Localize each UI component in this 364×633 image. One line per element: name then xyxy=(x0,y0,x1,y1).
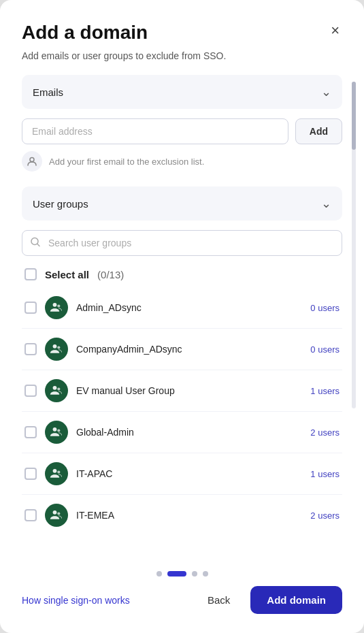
group-name-5: IT-EMEA xyxy=(76,510,302,521)
add-email-button[interactable]: Add xyxy=(295,118,342,144)
group-checkbox-5[interactable] xyxy=(24,509,37,521)
group-users-1: 0 users xyxy=(310,344,340,355)
add-domain-button[interactable]: Add domain xyxy=(250,586,342,614)
pagination-dot-3[interactable] xyxy=(203,571,208,577)
select-all-checkbox[interactable] xyxy=(24,268,37,280)
scrollbar[interactable] xyxy=(352,82,356,408)
group-name-4: IT-APAC xyxy=(76,468,302,479)
svg-point-11 xyxy=(57,470,60,473)
group-name-2: EV manual User Group xyxy=(76,385,302,396)
group-avatar-4 xyxy=(45,462,68,485)
modal-header: Add a domain × xyxy=(22,22,342,44)
emails-chevron-icon: ⌄ xyxy=(321,84,331,99)
footer-actions: Back Add domain xyxy=(195,586,342,614)
emails-section-header[interactable]: Emails ⌄ xyxy=(22,75,342,109)
user-groups-chevron-icon: ⌄ xyxy=(321,196,331,211)
group-users-4: 1 users xyxy=(310,469,340,479)
svg-point-5 xyxy=(57,346,60,348)
svg-point-10 xyxy=(53,469,57,473)
group-item: IT-EMEA 2 users xyxy=(22,495,342,536)
group-users-2: 1 users xyxy=(310,386,340,396)
group-avatar-5 xyxy=(45,504,68,527)
modal-subtitle: Add emails or user groups to exclude fro… xyxy=(22,50,342,61)
user-groups-section-header[interactable]: User groups ⌄ xyxy=(22,186,342,221)
group-list: Admin_ADsync 0 users CompanyAdmin_ADsync… xyxy=(22,287,342,536)
emails-section: Emails ⌄ Add Add your first email to the… xyxy=(22,75,342,174)
group-checkbox-1[interactable] xyxy=(24,343,37,355)
group-item: Admin_ADsync 0 users xyxy=(22,287,342,329)
group-item: EV manual User Group 1 users xyxy=(22,370,342,412)
group-avatar-3 xyxy=(45,421,68,444)
email-input[interactable] xyxy=(22,118,288,144)
group-name-0: Admin_ADsync xyxy=(76,302,302,313)
scrollbar-thumb xyxy=(352,82,356,150)
pagination-dot-1[interactable] xyxy=(167,571,186,577)
select-all-row: Select all (0/13) xyxy=(22,263,342,286)
group-avatar-1 xyxy=(45,338,68,361)
modal-title: Add a domain xyxy=(22,22,148,44)
user-groups-section: User groups ⌄ Select all (0/13) xyxy=(22,186,342,559)
svg-point-12 xyxy=(53,510,57,515)
svg-point-7 xyxy=(57,387,60,390)
email-input-row: Add xyxy=(22,118,342,144)
add-domain-modal: Add a domain × Add emails or user groups… xyxy=(0,0,364,633)
group-checkbox-4[interactable] xyxy=(24,468,37,480)
group-name-3: Global-Admin xyxy=(76,427,302,438)
group-item: IT-APAC 1 users xyxy=(22,453,342,495)
group-checkbox-3[interactable] xyxy=(24,426,37,438)
svg-point-9 xyxy=(57,429,60,432)
group-item: Global-Admin 2 users xyxy=(22,412,342,453)
close-button[interactable]: × xyxy=(328,20,342,41)
svg-point-3 xyxy=(57,304,60,307)
group-name-1: CompanyAdmin_ADsync xyxy=(76,344,302,355)
back-button[interactable]: Back xyxy=(195,587,242,613)
group-users-3: 2 users xyxy=(310,427,340,438)
svg-point-0 xyxy=(30,158,34,162)
svg-point-8 xyxy=(53,427,57,432)
emails-section-label: Emails xyxy=(33,86,63,98)
search-user-groups-input[interactable] xyxy=(22,230,342,256)
pagination-dots xyxy=(22,571,342,577)
svg-point-4 xyxy=(53,344,57,348)
pagination-dot-0[interactable] xyxy=(156,571,162,577)
select-all-count: (0/13) xyxy=(97,269,124,280)
search-icon xyxy=(30,237,41,250)
svg-point-2 xyxy=(53,303,57,307)
svg-point-13 xyxy=(57,512,60,515)
group-users-5: 2 users xyxy=(310,510,340,521)
group-item: CompanyAdmin_ADsync 0 users xyxy=(22,329,342,370)
empty-email-text: Add your first email to the exclusion li… xyxy=(49,157,204,167)
sso-link[interactable]: How single sign-on works xyxy=(22,595,130,606)
group-checkbox-0[interactable] xyxy=(24,302,37,314)
group-avatar-2 xyxy=(45,379,68,402)
svg-point-6 xyxy=(53,386,57,390)
empty-email-hint: Add your first email to the exclusion li… xyxy=(22,151,342,172)
footer: How single sign-on works Back Add domain xyxy=(22,586,342,614)
user-groups-section-label: User groups xyxy=(33,198,88,210)
select-all-label: Select all xyxy=(45,269,89,280)
group-checkbox-2[interactable] xyxy=(24,385,37,397)
group-users-0: 0 users xyxy=(310,303,340,313)
pagination-dot-2[interactable] xyxy=(192,571,197,577)
search-row xyxy=(22,230,342,256)
group-avatar-0 xyxy=(45,296,68,319)
person-icon xyxy=(22,151,42,172)
